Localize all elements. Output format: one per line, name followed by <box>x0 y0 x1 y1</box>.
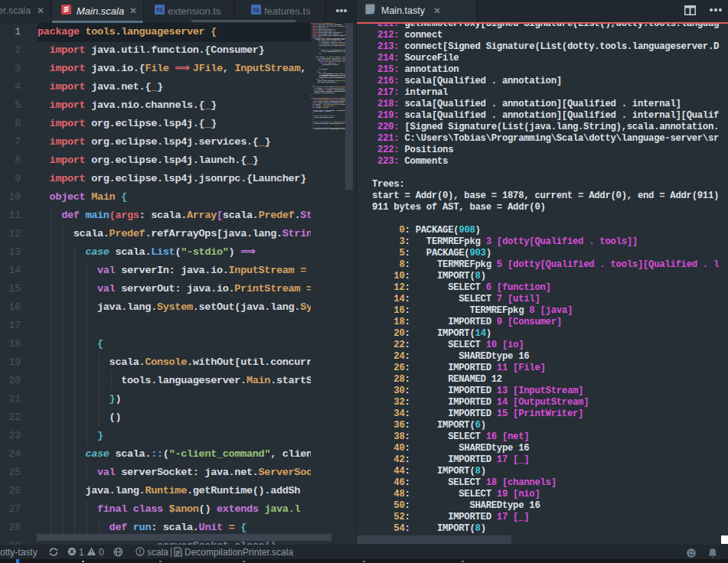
svg-text:TS: TS <box>156 8 163 13</box>
svg-text:TS: TS <box>253 8 260 13</box>
